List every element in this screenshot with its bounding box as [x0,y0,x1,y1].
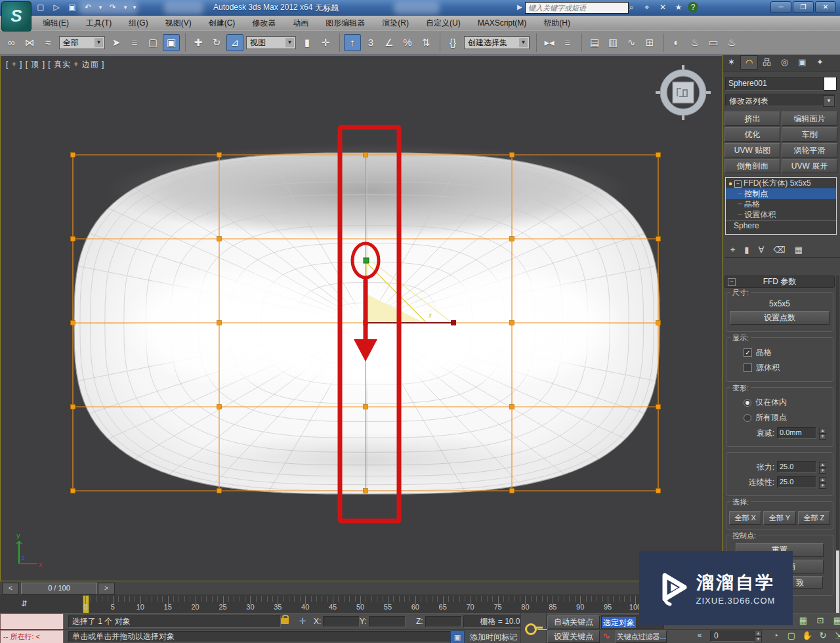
object-color-swatch[interactable] [824,77,837,91]
source-volume-checkbox-row[interactable]: 源体积 [744,362,830,373]
menu-item[interactable]: 帮助(H) [535,16,579,30]
isolate-selection-icon[interactable]: ▣ [450,631,465,643]
ffd-control-point[interactable] [217,405,222,409]
selection-filter-dropdown[interactable]: 全部▼ [59,36,105,49]
select-scale-icon[interactable]: ⊿ [226,34,243,51]
undo-icon[interactable]: ↶ [81,1,94,13]
all-vertices-radio-row[interactable]: 所有顶点 [744,412,830,423]
field-of-view-icon[interactable]: ▢ [785,631,798,640]
save-file-icon[interactable]: ▣ [66,1,79,13]
object-name-field[interactable]: Sphere001 [725,77,825,91]
next-frame-button[interactable]: > [98,583,115,594]
use-center-flyout-icon[interactable]: ▮ [299,34,316,51]
pan-hand-icon[interactable]: ✋ [801,631,814,640]
key-filters-button[interactable]: 关键点过滤器... [616,631,667,643]
tab-modify[interactable]: ◠ [740,55,758,70]
undo-dropdown-icon[interactable]: ▾ [97,1,104,13]
checkbox-checked-icon[interactable]: ✓ [744,348,752,357]
angle-snap-icon[interactable]: ∠ [381,34,398,51]
tension-field[interactable]: 25.0 [777,461,816,473]
application-menu-button[interactable]: S [1,1,32,31]
ffd-control-point[interactable] [71,237,75,241]
spinner-snap-icon[interactable]: ⇅ [417,34,434,51]
chevron-down-icon[interactable]: ▼ [519,38,528,47]
window-crossing-toggle-icon[interactable]: ▣ [163,34,180,51]
show-end-result-icon[interactable]: ▮ [744,244,749,257]
modifier-button[interactable]: 倒角剖面 [724,159,780,173]
select-manipulate-icon[interactable]: ✛ [317,34,334,51]
keyboard-override-toggle-icon[interactable]: ↑ [344,34,361,51]
modifier-button[interactable]: 编辑面片 [782,112,837,126]
spinner-arrows[interactable]: ▲▼ [819,428,826,438]
qat-customize-icon[interactable]: ▾ [131,1,138,13]
viewport-top[interactable]: [ + ] [ 顶 ] [ 真实 + 边面 ] xyxz [0,55,723,581]
radio-selected-icon[interactable] [744,399,751,407]
lattice-checkbox-row[interactable]: ✓ 晶格 [744,347,830,358]
all-z-button[interactable]: 全部 Z [798,511,830,525]
ffd-control-point[interactable] [656,153,661,157]
ffd-control-point[interactable] [364,405,368,409]
new-file-icon[interactable]: ▢ [34,1,47,13]
modifier-list-dropdown[interactable]: 修改器列表 ▼ [725,94,835,106]
menu-item[interactable]: 图形编辑器 [317,16,373,30]
select-by-name-icon[interactable]: ≡ [126,34,143,51]
ffd-control-point[interactable] [71,153,75,157]
tab-hierarchy[interactable]: 品 [758,55,776,70]
ffd-control-point[interactable] [510,153,514,157]
zoom-extents-all-icon[interactable]: ▦ [797,615,810,625]
redo-dropdown-icon[interactable]: ▾ [122,1,129,13]
key-curve-icon[interactable]: ∿ [600,631,612,641]
communication-icon[interactable]: ✕ [656,2,669,13]
modifier-button[interactable]: 车削 [782,127,837,142]
curve-editor-icon[interactable]: ∿ [623,34,640,51]
select-and-link-icon[interactable]: ∞ [3,34,20,51]
orbit-icon[interactable]: ↻ [816,631,830,640]
ffd-control-point[interactable] [217,237,222,241]
previous-frame-button[interactable]: < [2,583,19,594]
maxscript-listener-line[interactable]: -- 所在行: < [0,630,64,643]
chevron-down-icon[interactable]: ▼ [285,38,294,47]
named-selection-sets-dropdown[interactable]: 创建选择集▼ [464,36,530,49]
ffd-control-point[interactable] [510,237,514,241]
redo-icon[interactable]: ↷ [106,1,119,13]
go-to-start-icon[interactable]: « [693,631,706,640]
y-coordinate-field[interactable] [369,616,406,627]
collapse-icon[interactable]: − [734,180,742,188]
bind-to-space-warp-icon[interactable]: ≈ [39,34,56,51]
collapse-icon[interactable]: − [728,278,736,286]
current-frame-field[interactable]: 0 [710,631,761,642]
reference-coordinate-dropdown[interactable]: 视图▼ [246,36,296,49]
falloff-field[interactable]: 0.0mm [777,427,816,439]
time-slider-handle[interactable]: 0 / 100 [21,583,97,594]
all-x-button[interactable]: 全部 X [729,511,761,525]
select-move-icon[interactable]: ✚ [190,34,207,51]
open-file-icon[interactable]: ▷ [50,1,63,13]
selection-lock-icon[interactable] [281,618,289,624]
modifier-button[interactable]: 优化 [724,127,780,142]
spinner-arrows[interactable]: ▲▼ [819,462,826,472]
only-in-volume-radio-row[interactable]: 仅在体内 [744,397,830,408]
stack-item-set-volume[interactable]: ┈设置体积 [726,209,836,220]
tab-utilities[interactable]: ✦ [811,55,829,70]
selected-control-point[interactable] [364,258,369,263]
render-setup-icon[interactable]: ♨ [686,34,704,51]
ffd-control-point[interactable] [71,321,75,325]
modifier-button[interactable]: 挤出 [724,112,780,126]
toggle-set-key-mode-button[interactable] [520,613,547,643]
continuity-field[interactable]: 25.0 [777,476,816,488]
mini-curve-editor-icon[interactable]: ⇵ [12,597,37,610]
ffd-control-point[interactable] [364,489,368,493]
ffd-control-point[interactable] [217,321,222,325]
menu-item[interactable]: 渲染(R) [373,16,417,30]
ffd-control-point[interactable] [71,489,75,493]
set-number-of-points-button[interactable]: 设置点数 [730,311,830,325]
select-object-icon[interactable]: ➤ [108,34,125,51]
menu-item[interactable]: 工具(T) [77,16,120,30]
ffd-control-point[interactable] [217,489,222,493]
frame-spinner[interactable]: ▲▼ [755,631,762,641]
tab-display[interactable]: ▣ [793,55,811,70]
stack-item-lattice[interactable]: ┈晶格 [726,199,836,209]
modifier-button[interactable]: 涡轮平滑 [782,143,837,157]
schematic-view-icon[interactable]: ⊞ [641,34,658,51]
ffd-control-point[interactable] [364,153,368,157]
